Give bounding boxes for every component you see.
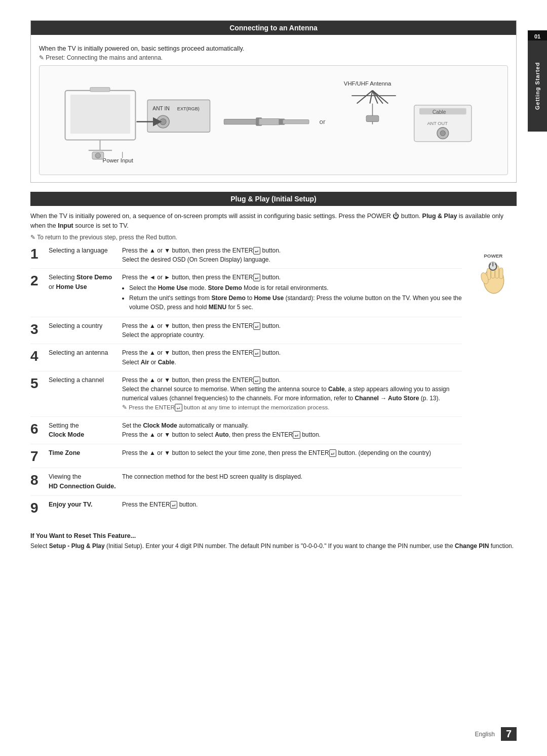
step-row-3: 3 Selecting a country Press the ▲ or ▼ b… — [30, 321, 462, 345]
step-title-4: Selecting an antenna — [49, 348, 122, 358]
svg-rect-14 — [259, 118, 280, 124]
svg-point-9 — [160, 118, 166, 124]
antenna-content: When the TV is initially powered on, bas… — [31, 40, 516, 182]
step-row-4: 4 Selecting an antenna Press the ▲ or ▼ … — [30, 348, 462, 371]
svg-rect-26 — [366, 115, 379, 121]
antenna-desc: When the TV is initially powered on, bas… — [39, 45, 508, 52]
step-title-1: Selecting a language — [49, 246, 122, 256]
plug-header: Plug & Play (Initial Setup) — [30, 192, 517, 206]
step-num-3: 3 — [30, 322, 49, 337]
svg-text:ANT IN: ANT IN — [152, 106, 169, 111]
svg-rect-12 — [224, 119, 258, 124]
plug-section: Plug & Play (Initial Setup) When the TV … — [30, 192, 517, 523]
step-title-8: Viewing theHD Connection Guide. — [49, 472, 122, 491]
svg-text:ANT OUT: ANT OUT — [427, 121, 448, 126]
plug-intro: When the TV is initially powered on, a s… — [30, 211, 517, 231]
svg-text:Power Input: Power Input — [103, 157, 134, 163]
svg-text:VHF/UHF Antenna: VHF/UHF Antenna — [344, 80, 392, 87]
step-num-9: 9 — [30, 501, 49, 515]
step-desc-5: Press the ▲ or ▼ button, then press the … — [122, 375, 462, 412]
footer: English 7 — [475, 727, 517, 741]
step-num-5: 5 — [30, 376, 49, 391]
svg-point-37 — [95, 153, 100, 158]
svg-text:EXT(RGB): EXT(RGB) — [177, 106, 200, 111]
step-num-6: 6 — [30, 422, 49, 436]
svg-rect-4 — [90, 88, 110, 92]
step-num-8: 8 — [30, 473, 49, 487]
step-desc-1: Press the ▲ or ▼ button, then press the … — [122, 246, 462, 265]
step-desc-6: Set the Clock Mode automatically or manu… — [122, 421, 462, 440]
step-row-1: 1 Selecting a language Press the ▲ or ▼ … — [30, 246, 462, 269]
step-title-5: Selecting a channel — [49, 375, 122, 385]
step-desc-2: Press the ◄ or ► button, then press the … — [122, 273, 462, 313]
svg-rect-5 — [147, 100, 210, 132]
svg-point-33 — [440, 131, 445, 136]
step-title-3: Selecting a country — [49, 321, 122, 331]
step-row-8: 8 Viewing theHD Connection Guide. The co… — [30, 472, 462, 496]
step-row-5: 5 Selecting a channel Press the ▲ or ▼ b… — [30, 375, 462, 417]
step-row-6: 6 Setting theClock Mode Set the Clock Mo… — [30, 421, 462, 445]
step-row-2: 2 Selecting Store Demoor Home Use Press … — [30, 273, 462, 317]
plug-note: To return to the previous step, press th… — [30, 234, 517, 241]
step-row-7: 7 Time Zone Press the ▲ or ▼ button to s… — [30, 448, 462, 468]
page-container: Connecting to an Antenna When the TV is … — [0, 0, 547, 756]
steps-table: 1 Selecting a language Press the ▲ or ▼ … — [30, 246, 462, 523]
power-button-svg: POWER — [474, 251, 514, 297]
svg-text:POWER: POWER — [484, 253, 502, 258]
step-desc-8: The connection method for the best HD sc… — [122, 472, 462, 481]
svg-text:or: or — [320, 118, 326, 125]
step-num-4: 4 — [30, 349, 49, 363]
step-desc-3: Press the ▲ or ▼ button, then press the … — [122, 321, 462, 340]
antenna-diagram: ANT IN EXT(RGB) — [39, 65, 508, 175]
step-desc-9: Press the ENTER↵ button. — [122, 500, 462, 510]
step-title-6: Setting theClock Mode — [49, 421, 122, 440]
reset-title: If You Want to Reset This Feature... — [30, 532, 517, 539]
power-icon-area: POWER — [471, 246, 517, 523]
footer-lang: English — [475, 731, 495, 738]
step-title-2: Selecting Store Demoor Home Use — [49, 273, 122, 292]
reset-desc: Select Setup - Plug & Play (Initial Setu… — [30, 541, 517, 551]
steps-area: 1 Selecting a language Press the ▲ or ▼ … — [30, 246, 517, 523]
svg-rect-16 — [283, 119, 309, 123]
step-desc-7: Press the ▲ or ▼ button to select the yo… — [122, 448, 462, 458]
antenna-diagram-svg: ANT IN EXT(RGB) — [50, 75, 497, 166]
antenna-header: Connecting to an Antenna — [31, 21, 516, 35]
step-title-7: Time Zone — [49, 448, 122, 458]
footer-page-num: 7 — [501, 727, 517, 741]
reset-section: If You Want to Reset This Feature... Sel… — [30, 532, 517, 551]
step-title-9: Enjoy your TV. — [49, 500, 122, 510]
antenna-section: Connecting to an Antenna When the TV is … — [30, 20, 517, 183]
step-num-1: 1 — [30, 247, 49, 261]
svg-rect-1 — [70, 95, 130, 134]
step-desc-4: Press the ▲ or ▼ button, then press the … — [122, 348, 462, 367]
step-num-2: 2 — [30, 274, 49, 288]
step-row-9: 9 Enjoy your TV. Press the ENTER↵ button… — [30, 500, 462, 519]
antenna-preset-note: Preset: Connecting the mains and antenna… — [39, 54, 508, 61]
svg-rect-43 — [499, 268, 503, 279]
svg-text:Cable: Cable — [433, 109, 446, 115]
step-num-7: 7 — [30, 449, 49, 464]
